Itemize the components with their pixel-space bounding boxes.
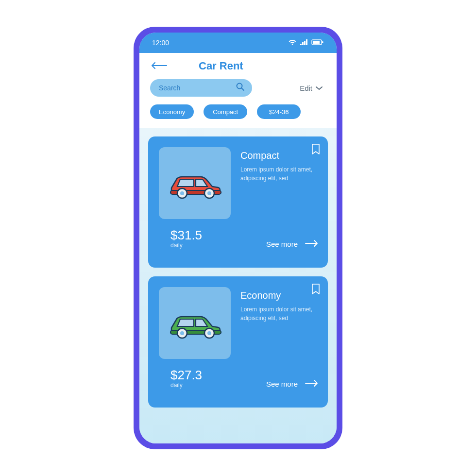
search-placeholder: Search (159, 84, 180, 92)
phone-frame: 12:00 Car Rent Search (134, 27, 342, 449)
svg-rect-0 (300, 44, 302, 45)
see-more-button[interactable]: See more (266, 379, 319, 389)
car-card[interactable]: Economy Lorem ipsum dolor sit amet, adip… (148, 276, 328, 408)
signal-icon (300, 39, 308, 47)
controls-row: Search Edit (139, 76, 337, 102)
car-info: Economy Lorem ipsum dolor sit amet, adip… (240, 287, 319, 359)
status-time: 12:00 (152, 39, 169, 47)
filter-chips: Economy Compact $24-36 (139, 102, 337, 128)
screen: 12:00 Car Rent Search (139, 33, 337, 443)
price-value: $27.3 (170, 368, 202, 383)
page-title: Car Rent (199, 60, 243, 72)
svg-rect-5 (313, 41, 320, 44)
chevron-down-icon (315, 84, 323, 92)
chip-price[interactable]: $24-36 (257, 104, 301, 119)
search-input[interactable]: Search (150, 79, 252, 97)
header: Car Rent (139, 53, 337, 76)
bookmark-icon[interactable] (311, 143, 320, 157)
car-description: Lorem ipsum dolor sit amet, adipiscing e… (240, 165, 319, 183)
chip-compact[interactable]: Compact (204, 104, 247, 119)
car-icon (166, 306, 224, 340)
svg-line-8 (242, 88, 244, 91)
battery-icon (311, 39, 324, 47)
car-name: Compact (240, 150, 319, 161)
card-list: Compact Lorem ipsum dolor sit amet, adip… (139, 128, 337, 443)
back-arrow-icon[interactable] (150, 61, 168, 71)
car-card[interactable]: Compact Lorem ipsum dolor sit amet, adip… (148, 136, 328, 268)
price-block: $31.5 daily (159, 228, 202, 249)
car-description: Lorem ipsum dolor sit amet, adipiscing e… (240, 305, 319, 323)
svg-point-18 (207, 331, 211, 335)
svg-rect-3 (306, 39, 307, 45)
chip-label: Economy (159, 108, 185, 116)
chip-economy[interactable]: Economy (150, 104, 194, 119)
car-name: Economy (240, 290, 319, 301)
chip-label: Compact (213, 108, 238, 116)
edit-dropdown[interactable]: Edit (300, 84, 326, 92)
car-icon (166, 166, 224, 200)
price-value: $31.5 (170, 228, 202, 243)
status-right (288, 39, 324, 47)
svg-rect-1 (302, 42, 304, 45)
bookmark-icon[interactable] (311, 283, 320, 297)
svg-point-16 (180, 331, 184, 335)
wifi-icon (288, 39, 297, 47)
car-image-box (159, 147, 231, 219)
arrow-right-icon (305, 379, 319, 389)
svg-point-13 (207, 191, 211, 195)
search-icon (236, 82, 245, 94)
chip-label: $24-36 (269, 108, 289, 116)
car-image-box (159, 287, 231, 359)
svg-rect-6 (322, 41, 323, 43)
see-more-label: See more (266, 380, 298, 388)
edit-label: Edit (300, 84, 312, 92)
price-period: daily (170, 382, 202, 389)
car-info: Compact Lorem ipsum dolor sit amet, adip… (240, 147, 319, 219)
see-more-button[interactable]: See more (266, 239, 319, 249)
status-bar: 12:00 (139, 33, 337, 53)
see-more-label: See more (266, 240, 298, 248)
price-block: $27.3 daily (159, 368, 202, 389)
svg-rect-2 (304, 41, 306, 45)
arrow-right-icon (305, 239, 319, 249)
svg-point-11 (180, 191, 184, 195)
price-period: daily (170, 242, 202, 249)
